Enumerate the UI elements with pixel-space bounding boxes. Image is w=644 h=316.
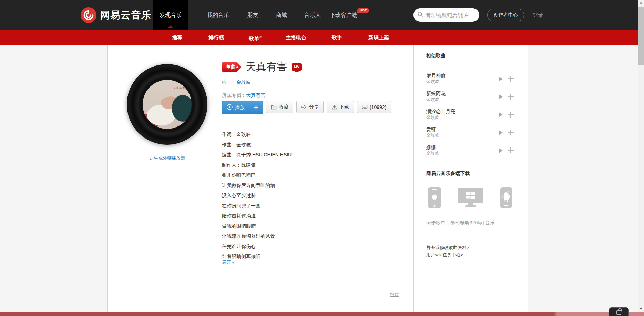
subnav-item[interactable]: 歌手 bbox=[332, 30, 342, 45]
subnav-item[interactable]: 歌单® bbox=[249, 30, 262, 45]
album-link[interactable]: 天真有害 bbox=[246, 92, 265, 98]
share-icon bbox=[301, 104, 307, 110]
comment-bubble-icon bbox=[362, 104, 368, 110]
sidebar-link[interactable]: 补充或修改歌曲资料> bbox=[426, 244, 469, 251]
favorite-button-label: 收藏 bbox=[279, 104, 288, 110]
similar-song-row: 新娘阿花 金玟岐 bbox=[426, 90, 514, 103]
album-cover-title: 天真有害 bbox=[173, 86, 185, 90]
lyric-line: 在你房间兜了一圈 bbox=[222, 201, 292, 211]
add-plus-icon[interactable] bbox=[508, 130, 514, 135]
expand-label: 展开 bbox=[222, 259, 231, 265]
hot-badge: HOT bbox=[357, 8, 369, 13]
sub-navbar: 推荐 排行榜 歌单® 主播电台 歌手 新碟上架 bbox=[0, 30, 638, 45]
add-plus-icon[interactable] bbox=[508, 76, 514, 82]
comments-button[interactable]: (10992) bbox=[357, 101, 391, 113]
download-button-label: 下载 bbox=[339, 104, 349, 110]
nav-item[interactable]: 我的音乐 bbox=[201, 0, 235, 30]
sidebar-links: 补充或修改歌曲资料> 用户wiki任务中心> bbox=[426, 244, 469, 258]
mv-badge-icon[interactable]: MV bbox=[292, 63, 302, 71]
share-button[interactable]: 分享 bbox=[296, 101, 324, 113]
subnav-item[interactable]: 主播电台 bbox=[286, 30, 306, 45]
subnav-item[interactable]: 推荐 bbox=[172, 30, 182, 45]
similar-song-row: 岁月神偷 金玟岐 bbox=[426, 72, 514, 85]
play-triangle-icon[interactable] bbox=[499, 112, 503, 117]
generate-outlink-player-link[interactable]: 生成外链播放器 bbox=[154, 155, 185, 161]
add-plus-icon[interactable] bbox=[508, 147, 514, 153]
lyrics-block: 作词：金玟岐 作曲：金玟岐 编曲：徐千秀 HSU CHIEN HSIU 制作人：… bbox=[222, 130, 292, 262]
subnav-item-label: 推荐 bbox=[172, 34, 182, 40]
lyric-line: 张开你嘴巴嘴巴 bbox=[222, 170, 292, 181]
android-icon[interactable] bbox=[500, 187, 512, 210]
subnav-item[interactable]: 新碟上架 bbox=[368, 30, 389, 45]
nav-item-label: 音乐人 bbox=[304, 12, 321, 18]
nav-item[interactable]: 朋友 bbox=[241, 0, 264, 30]
player-bar[interactable] bbox=[0, 312, 644, 316]
search-box[interactable] bbox=[413, 8, 479, 22]
scroll-down-arrow-icon[interactable] bbox=[640, 308, 642, 310]
outlink-row: ♫生成外链播放器 bbox=[127, 155, 207, 161]
creator-center-button[interactable]: 创作者中心 bbox=[487, 9, 524, 21]
artist-link[interactable]: 金玟岐 bbox=[236, 79, 251, 85]
login-link[interactable]: 登录 bbox=[533, 0, 543, 30]
report-error-link[interactable]: 报错 bbox=[390, 292, 399, 298]
chevron-down-icon bbox=[232, 262, 235, 264]
sidebar-link[interactable]: 用户wiki任务中心> bbox=[426, 251, 469, 258]
nav-item[interactable]: 下载客户端 HOT bbox=[324, 0, 364, 30]
subnav-item-label: 排行榜 bbox=[209, 34, 224, 40]
add-plus-icon[interactable] bbox=[508, 112, 514, 118]
registered-mark: ® bbox=[259, 35, 262, 39]
play-button[interactable]: 播放 bbox=[222, 101, 249, 114]
brand-logo[interactable]: 网易云音乐 bbox=[81, 0, 152, 30]
song-detail-column: 天真有害 ♫生成外链播放器 单曲 天真有害 MV 歌手：金玟岐 所属专辑：天真有… bbox=[108, 45, 413, 312]
comments-count-label: (10992) bbox=[370, 104, 386, 110]
player-lock-tab[interactable] bbox=[609, 307, 629, 316]
iphone-icon[interactable] bbox=[428, 187, 441, 210]
nav-item-label: 朋友 bbox=[247, 12, 258, 18]
search-input[interactable] bbox=[425, 12, 478, 18]
play-triangle-icon[interactable] bbox=[499, 130, 503, 135]
scroll-up-arrow-icon[interactable] bbox=[640, 2, 642, 4]
search-icon bbox=[418, 12, 423, 18]
play-triangle-icon[interactable] bbox=[499, 148, 503, 153]
similar-song-row: 爱呀 金玟岐 bbox=[426, 126, 514, 139]
similar-songs-list: 岁月神偷 金玟岐 新娘阿花 金玟岐 bbox=[426, 72, 514, 162]
windows-pc-icon[interactable] bbox=[458, 188, 483, 209]
play-triangle-icon[interactable] bbox=[499, 94, 503, 99]
lyric-line: 任凭谁让你伤心 bbox=[222, 242, 292, 252]
subnav-item-label: 主播电台 bbox=[286, 34, 306, 40]
add-plus-icon[interactable] bbox=[508, 94, 514, 100]
action-buttons: 播放 + 收藏 分享 bbox=[222, 101, 391, 114]
artist-label: 歌手： bbox=[222, 79, 236, 85]
device-icons-row bbox=[426, 187, 514, 210]
lyric-line: 作词：金玟岐 bbox=[222, 130, 292, 140]
add-to-playlist-button[interactable]: + bbox=[249, 101, 263, 114]
music-note-icon: ♫ bbox=[149, 155, 153, 161]
subnav-item-label: 歌手 bbox=[332, 34, 342, 40]
netease-logo-icon bbox=[81, 7, 96, 23]
song-title-row: 单曲 天真有害 MV bbox=[222, 60, 302, 74]
artist-line: 歌手：金玟岐 bbox=[222, 79, 251, 85]
download-button[interactable]: 下载 bbox=[327, 101, 354, 113]
nav-item[interactable]: 商城 bbox=[270, 0, 293, 30]
nav-item-label: 商城 bbox=[276, 12, 287, 18]
brand-name: 网易云音乐 bbox=[100, 9, 152, 22]
sidebar-inner: 相似歌曲 岁月神偷 金玟岐 新娘阿花 金玟岐 bbox=[426, 45, 514, 312]
subnav-item[interactable]: 排行榜 bbox=[209, 30, 224, 45]
scrollbar-thumb[interactable] bbox=[638, 7, 644, 65]
folder-add-icon bbox=[271, 104, 277, 110]
content-area: 天真有害 ♫生成外链播放器 单曲 天真有害 MV 歌手：金玟岐 所属专辑：天真有… bbox=[107, 45, 528, 312]
nav-item-label: 我的音乐 bbox=[207, 12, 229, 18]
favorite-button[interactable]: 收藏 bbox=[266, 101, 293, 113]
play-button-group: 播放 + bbox=[222, 101, 263, 114]
album-label: 所属专辑： bbox=[222, 92, 246, 98]
multi-device-download-title: 网易云音乐多端下载 bbox=[426, 171, 514, 181]
netease-music-song-page: 网易云音乐 发现音乐 我的音乐 朋友 商城 bbox=[0, 0, 644, 316]
expand-lyrics-link[interactable]: 展开 bbox=[222, 259, 235, 265]
album-line: 所属专辑：天真有害 bbox=[222, 92, 265, 99]
play-triangle-icon[interactable] bbox=[499, 77, 503, 81]
nav-item[interactable]: 音乐人 bbox=[298, 0, 327, 30]
similar-song-row: 姗姗 金玟岐 bbox=[426, 144, 514, 157]
lyric-line: 作曲：金玟岐 bbox=[222, 140, 292, 150]
nav-item-label: 下载客户端 bbox=[330, 12, 357, 18]
song-title: 天真有害 bbox=[246, 60, 287, 74]
